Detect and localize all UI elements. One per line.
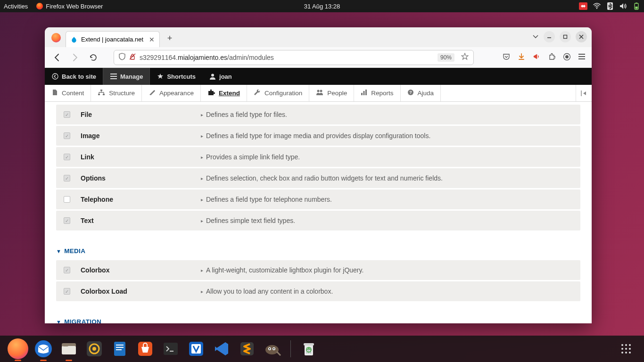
- new-tab-button[interactable]: +: [163, 31, 177, 45]
- caret-down-icon: ▼: [56, 319, 61, 323]
- module-checkbox[interactable]: ✓: [64, 267, 70, 273]
- svg-rect-26: [365, 90, 367, 95]
- dock-thunderbird[interactable]: [33, 338, 54, 359]
- svg-rect-21: [103, 94, 105, 95]
- bookmark-star-icon[interactable]: [461, 53, 469, 62]
- show-applications-button[interactable]: [616, 338, 636, 359]
- reports-icon: [361, 89, 367, 97]
- volume-icon[interactable]: [619, 2, 627, 10]
- tab-content[interactable]: Content: [45, 85, 91, 101]
- drupal-icon: [71, 36, 77, 43]
- dock-gimp[interactable]: [262, 338, 283, 359]
- caret-right-icon: ▸: [201, 197, 203, 202]
- svg-point-23: [320, 90, 322, 92]
- downloads-icon[interactable]: [517, 53, 526, 62]
- module-row[interactable]: Telephone▸Defines a field type for telep…: [56, 189, 580, 209]
- insecure-lock-icon[interactable]: [129, 53, 136, 61]
- shortcuts-link[interactable]: Shortcuts: [150, 68, 202, 85]
- module-name: Text: [81, 217, 201, 224]
- zoom-indicator[interactable]: 90%: [438, 53, 454, 62]
- back-button[interactable]: [50, 51, 64, 64]
- browser-tab[interactable]: Extend | joancatala.net ✕: [66, 31, 160, 47]
- dock-writer[interactable]: [109, 338, 130, 359]
- module-checkbox[interactable]: ✓: [64, 175, 70, 181]
- module-row[interactable]: ✓File▸Defines a field type for files.: [56, 105, 580, 124]
- module-description: Defines a field type for telephone numbe…: [206, 196, 332, 203]
- tab-help[interactable]: ? Ajuda: [401, 85, 441, 101]
- module-name: Colorbox Load: [81, 288, 201, 295]
- svg-rect-3: [636, 3, 637, 4]
- tab-extend[interactable]: Extend: [201, 85, 247, 101]
- tab-configuration-label: Configuration: [264, 90, 302, 97]
- module-row[interactable]: ✓Link▸Provides a simple link field type.: [56, 147, 580, 167]
- caret-right-icon: ▸: [201, 218, 203, 223]
- user-icon: [209, 73, 216, 80]
- tab-appearance[interactable]: Appearance: [142, 85, 201, 101]
- dock-software[interactable]: [135, 338, 156, 359]
- module-row[interactable]: ✓Options▸Defines selection, check box an…: [56, 168, 580, 188]
- module-checkbox[interactable]: ✓: [64, 288, 70, 295]
- tab-close-button[interactable]: ✕: [149, 36, 155, 43]
- ubuntu-dock: [0, 336, 644, 362]
- pocket-icon[interactable]: [502, 53, 511, 62]
- bluetooth-icon[interactable]: [606, 2, 614, 10]
- battery-icon[interactable]: [633, 2, 640, 10]
- megaphone-icon[interactable]: [532, 53, 541, 62]
- module-checkbox[interactable]: [64, 196, 70, 203]
- module-checkbox[interactable]: ✓: [64, 217, 70, 224]
- dock-virtualbox[interactable]: [186, 338, 206, 359]
- dock-firefox[interactable]: [8, 338, 28, 359]
- anydesk-tray-icon[interactable]: [579, 2, 587, 10]
- caret-right-icon: ▸: [201, 133, 203, 139]
- module-row[interactable]: ✓Colorbox Load▸Allow you to load any con…: [56, 281, 580, 301]
- dock-trash[interactable]: [298, 338, 319, 359]
- module-row[interactable]: ✓Colorbox▸A light-weight, customizable l…: [56, 260, 580, 280]
- activities-button[interactable]: Activities: [4, 3, 28, 10]
- profile-icon[interactable]: [562, 53, 571, 62]
- tab-help-label: Ajuda: [418, 90, 434, 97]
- dock-terminal[interactable]: [160, 338, 181, 359]
- user-menu[interactable]: joan: [202, 68, 239, 85]
- dock-vscode[interactable]: [211, 338, 232, 359]
- module-checkbox[interactable]: ✓: [64, 111, 70, 118]
- svg-point-47: [265, 345, 279, 354]
- module-checkbox[interactable]: ✓: [64, 132, 70, 139]
- module-description: Allow you to load any content in a color…: [206, 288, 333, 295]
- people-icon: [316, 89, 323, 97]
- caret-right-icon: ▸: [201, 155, 203, 160]
- back-to-site-link[interactable]: Back to site: [45, 68, 103, 85]
- module-row[interactable]: ✓Image▸Defines a field type for image me…: [56, 126, 580, 146]
- collapse-toolbar-button[interactable]: [576, 85, 592, 101]
- tab-configuration[interactable]: Configuration: [247, 85, 309, 101]
- dock-files[interactable]: [58, 338, 79, 359]
- manage-toggle[interactable]: Manage: [103, 68, 150, 85]
- tabs-dropdown-button[interactable]: [532, 33, 539, 41]
- tab-appearance-label: Appearance: [159, 90, 194, 97]
- window-close-button[interactable]: [576, 31, 587, 42]
- svg-point-18: [211, 74, 214, 77]
- clock[interactable]: 31 Aŭg 13:28: [304, 3, 340, 10]
- section-migration-heading[interactable]: ▼MIGRATION: [56, 318, 580, 323]
- window-maximize-button[interactable]: [560, 31, 571, 42]
- tab-people[interactable]: People: [309, 85, 354, 101]
- tracking-shield-icon[interactable]: [119, 53, 125, 62]
- reload-button[interactable]: [86, 51, 99, 64]
- module-row[interactable]: ✓Text▸Defines simple text field types.: [56, 211, 580, 230]
- tab-structure[interactable]: Structure: [91, 85, 142, 101]
- window-minimize-button[interactable]: [544, 31, 555, 42]
- app-menu-icon[interactable]: [578, 53, 586, 61]
- svg-point-22: [317, 90, 320, 92]
- wifi-icon[interactable]: [593, 2, 601, 10]
- dock-rhythmbox[interactable]: [84, 338, 105, 359]
- dock-sublime[interactable]: [237, 338, 257, 359]
- section-media-heading[interactable]: ▼MEDIA: [56, 247, 580, 255]
- star-icon: [157, 73, 164, 80]
- active-app-menu[interactable]: Firefox Web Browser: [36, 3, 103, 10]
- forward-button[interactable]: [68, 51, 82, 64]
- module-checkbox[interactable]: ✓: [64, 154, 70, 160]
- extensions-icon[interactable]: [547, 53, 556, 62]
- url-bar[interactable]: s329291164.mi­alojamiento.es/admin/modul…: [114, 50, 474, 65]
- svg-rect-24: [361, 93, 363, 95]
- tab-structure-label: Structure: [109, 90, 135, 97]
- tab-reports[interactable]: Reports: [354, 85, 400, 101]
